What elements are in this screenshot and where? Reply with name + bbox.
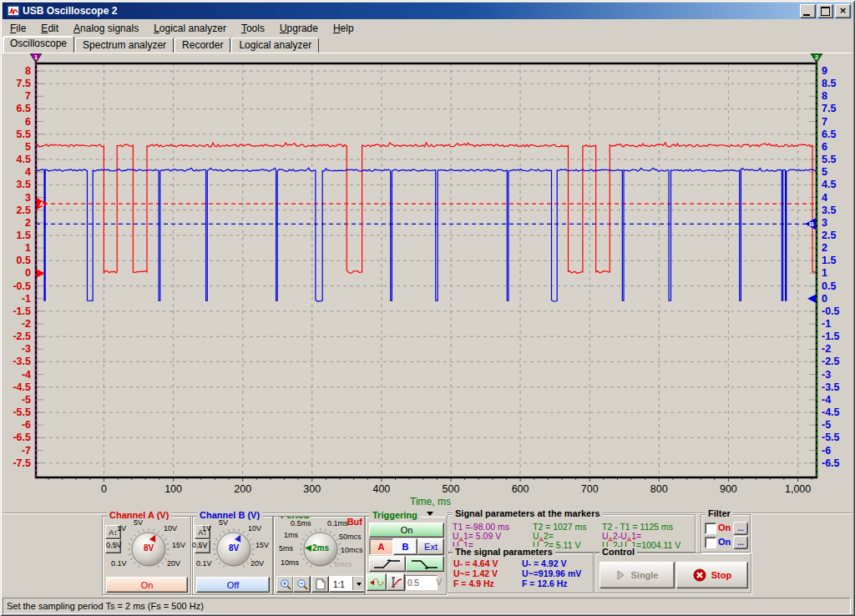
trigger-auto-mode-button[interactable] [367, 573, 387, 591]
trigger-rising-edge-button[interactable] [369, 556, 406, 572]
trigger-source-a-button[interactable]: A [369, 538, 393, 555]
svg-text:-7.5: -7.5 [13, 457, 31, 469]
signal-parameters-panel: The signal parameters U- = 4.64 V U~= 1.… [448, 553, 594, 593]
svg-text:-1: -1 [822, 318, 831, 330]
channel-b-gain-knob[interactable]: 5V 10V 15V 20V 1V 0.5V 0.1V 8V [195, 522, 271, 573]
filter-a-more-button[interactable]: ... [733, 522, 748, 535]
stop-label: Stop [711, 570, 731, 580]
dial-label: 20V [167, 559, 180, 568]
period-panel: Period Buf 0.5ms 0.1ms 1ms 50mcs 5ms 10m… [273, 516, 365, 595]
maximize-icon [821, 7, 830, 16]
trigger-source-b-label: B [402, 542, 409, 552]
trigger-level-mode-button[interactable] [387, 573, 405, 591]
tab-spectrum-analyzer[interactable]: Spectrum analyzer [75, 38, 174, 53]
svg-text:B: B [809, 220, 814, 228]
level-mode-icon [390, 577, 402, 588]
menu-edit[interactable]: Edit [33, 21, 66, 36]
filter-b-more-button[interactable]: ... [733, 536, 748, 549]
clear-page-button[interactable] [311, 576, 329, 593]
svg-text:1,000: 1,000 [785, 483, 811, 495]
marker-parameters-title: Signal parameters at the markers [453, 508, 603, 518]
zoom-out-button[interactable] [293, 576, 311, 593]
app-window: USB Oscilloscope 2 × FileEditAnalog sign… [0, 0, 855, 616]
menu-tools[interactable]: Tools [234, 21, 272, 36]
falling-edge-icon [411, 559, 439, 569]
trigger-level-unit: V [436, 577, 442, 587]
svg-text:6.5: 6.5 [822, 129, 836, 140]
svg-text:-1.5: -1.5 [13, 305, 31, 317]
minimize-icon [803, 14, 810, 16]
menu-analog-signals[interactable]: Analog signals [66, 21, 146, 36]
svg-text:-5: -5 [22, 394, 31, 406]
dial-label: 0.1V [111, 559, 127, 568]
play-icon [615, 570, 625, 580]
menu-logical-analyzer[interactable]: Logical analyzer [146, 21, 234, 36]
period-knob[interactable]: 0.5ms 0.1ms 1ms 50mcs 5ms 10mcs 10ms 5mc… [277, 522, 362, 573]
svg-text:800: 800 [650, 483, 668, 495]
single-button[interactable]: Single [600, 562, 675, 588]
signal-b-ac: U~=919.96 mV [522, 568, 581, 578]
svg-text:2.5: 2.5 [17, 204, 31, 216]
svg-text:700: 700 [581, 483, 599, 495]
channel-a-on-label: On [141, 580, 154, 590]
dial-label: 0.5V [106, 541, 122, 549]
svg-text:4.5: 4.5 [822, 179, 836, 190]
trigger-level-input[interactable] [405, 575, 438, 590]
svg-text:-4: -4 [22, 369, 31, 381]
svg-text:9: 9 [822, 65, 827, 77]
channel-a-gain-knob[interactable]: 5V 10V 15V 20V 1V 0.5V 0.1V 8V [109, 522, 188, 573]
menu-file[interactable]: File [3, 21, 33, 36]
stop-button[interactable]: Stop [676, 562, 748, 588]
channel-a-on-button[interactable]: On [106, 577, 188, 593]
triggering-panel: Triggering On A B Ext V [365, 516, 447, 595]
menu-help[interactable]: Help [326, 21, 362, 36]
filter-a-checkbox[interactable] [705, 523, 716, 534]
trigger-on-button[interactable]: On [369, 523, 444, 538]
trigger-falling-edge-button[interactable] [406, 556, 444, 572]
channel-b-panel: Channel B (V) A↕ A⇕ 5V 10V 15V 20V 1V 0.… [192, 516, 273, 595]
single-label: Single [630, 570, 658, 580]
auto-mode-icon [369, 577, 384, 588]
trigger-source-ext-button[interactable]: Ext [417, 538, 444, 555]
status-text: Set the sampling period Ts = 2 ms (Fs = … [7, 601, 204, 611]
plot-canvas[interactable] [36, 63, 817, 477]
trigger-source-ext-label: Ext [424, 542, 438, 552]
period-title: Period [278, 516, 311, 520]
zoom-out-icon [296, 578, 308, 590]
trigger-source-b-button[interactable]: B [393, 538, 417, 555]
tab-recorder[interactable]: Recorder [175, 38, 230, 53]
tab-page-edge [3, 53, 852, 53]
tab-logical-analyzer[interactable]: Logical analyzer [231, 38, 319, 53]
svg-text:6: 6 [25, 116, 31, 128]
svg-text:2.5: 2.5 [822, 230, 836, 241]
control-panel: Channel A (V) A↕ A⇕ 5V 10V 15V 20V 1V 0.… [3, 512, 852, 596]
svg-text:3.5: 3.5 [17, 179, 31, 190]
app-icon [7, 4, 20, 18]
svg-text:1: 1 [25, 242, 31, 254]
svg-text:5.5: 5.5 [17, 129, 31, 140]
dropdown-button[interactable] [352, 577, 365, 590]
svg-text:-5.5: -5.5 [822, 432, 840, 443]
filter-b-checkbox[interactable] [705, 537, 716, 548]
svg-text:6.5: 6.5 [17, 103, 31, 114]
page-icon [316, 578, 326, 590]
menu-upgrade[interactable]: Upgrade [272, 21, 326, 36]
svg-text:8.5: 8.5 [822, 78, 836, 89]
close-button[interactable]: × [835, 4, 851, 18]
scale-ratio-select[interactable]: 1:1 [329, 576, 365, 593]
svg-text:5: 5 [822, 166, 827, 178]
trigger-on-label: On [401, 525, 413, 535]
channel-b-on-button[interactable]: Off [196, 577, 270, 593]
triggering-title: Triggering [370, 510, 420, 520]
channel-b-on-label: Off [227, 580, 239, 590]
zoom-in-button[interactable] [276, 576, 294, 593]
control-title: Control [600, 547, 637, 557]
svg-text:-0.5: -0.5 [13, 280, 31, 292]
minimize-button[interactable] [800, 4, 816, 18]
svg-text:200: 200 [234, 483, 251, 495]
tab-oscilloscope[interactable]: Oscilloscope [3, 36, 74, 53]
dial-label: 15V [255, 541, 269, 549]
filter-a-label: On [718, 523, 731, 533]
maximize-button[interactable] [817, 4, 833, 18]
dial-label: 20V [250, 559, 264, 568]
